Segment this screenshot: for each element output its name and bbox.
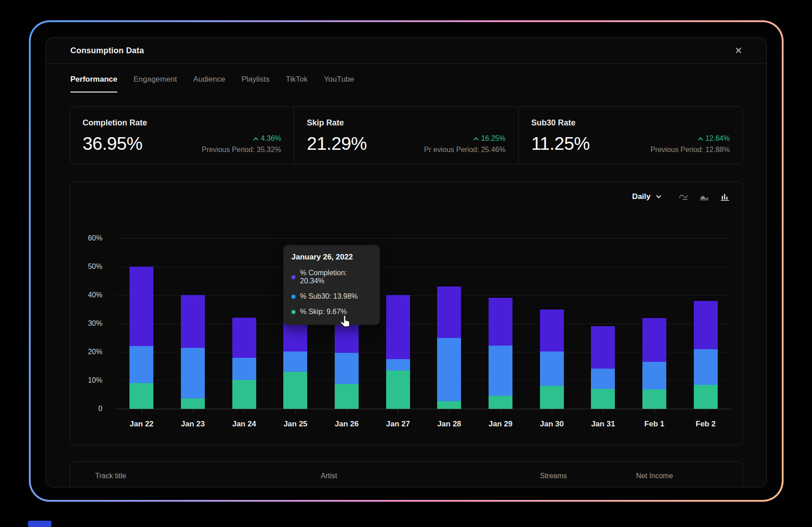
x-axis-label: Jan 22 [116,420,167,429]
table-column-net-income: Net Income [636,472,730,480]
y-axis-label: 10% [70,376,102,384]
tooltip-value: % Sub30: 13.98% [300,292,358,300]
bar-segment-skip[interactable] [694,385,718,409]
x-axis-tick [347,409,347,413]
stacked-bar[interactable] [386,295,410,409]
legend-dot-icon [291,310,295,314]
kpi-row: Completion Rate36.95%4.36%Previous Perio… [69,106,743,164]
bar-column-jan-29 [475,238,526,409]
x-axis-label: Jan 27 [372,420,424,429]
bar-segment-completion[interactable] [129,267,153,346]
area-chart-icon[interactable] [699,192,709,202]
tab-playlists[interactable]: Playlists [241,64,269,92]
bar-segment-skip[interactable] [591,389,615,409]
bar-segment-sub30[interactable] [642,362,666,390]
kpi-previous-period: Previous Period: 35.32% [202,146,281,154]
bar-column-jan-23 [167,238,219,409]
tab-audience[interactable]: Audience [193,64,225,92]
x-axis-label: Feb 2 [680,420,731,429]
tooltip-value: % Completion: 20.34% [300,269,372,285]
bar-segment-skip[interactable] [181,398,205,409]
tab-engagement[interactable]: Engagement [134,64,177,92]
x-axis-tick [142,409,142,413]
bar-column-jan-27 [372,238,424,409]
tab-youtube[interactable]: YouTube [324,64,354,92]
kpi-change-block: 16.25%Pr evious Period: 25.46% [424,134,506,154]
close-icon[interactable]: × [735,45,742,57]
stacked-bar[interactable] [642,318,666,409]
table-column-artist: Artist [321,472,540,480]
bar-segment-sub30[interactable] [181,348,205,398]
bar-segment-sub30[interactable] [129,346,153,383]
bar-segment-completion[interactable] [591,326,615,369]
y-axis-label: 0 [70,405,102,413]
stacked-bar[interactable] [232,318,256,409]
bar-column-jan-28 [424,238,475,409]
legend-dot-icon [291,295,295,299]
line-chart-icon[interactable] [678,192,688,202]
bar-segment-sub30[interactable] [694,349,718,385]
bar-segment-skip[interactable] [129,383,153,409]
range-dropdown-label: Daily [632,192,651,201]
x-axis-tick [655,409,655,413]
stacked-bar[interactable] [129,267,153,409]
bar-segment-completion[interactable] [642,318,666,362]
stacked-bar[interactable] [591,326,615,409]
stacked-bar[interactable] [437,287,461,409]
bar-segment-sub30[interactable] [591,369,615,389]
plot-area [116,238,731,409]
kpi-delta-value: 16.25% [481,134,505,143]
stacked-bar[interactable] [694,301,718,409]
x-axis-tick [501,409,501,413]
tooltip-row: % Skip: 9.67% [291,308,372,316]
bar-segment-completion[interactable] [437,287,461,337]
x-axis-tick [552,409,552,413]
y-axis-label: 50% [70,263,102,271]
bar-segment-sub30[interactable] [489,346,512,396]
table-column-track-title: Track title [83,472,321,480]
bar-chart-icon[interactable] [720,192,730,202]
bar-segment-sub30[interactable] [283,351,307,372]
tooltip-row: % Sub30: 13.98% [291,292,372,300]
bar-segment-sub30[interactable] [386,359,410,370]
chart-type-switcher [678,192,730,202]
bar-segment-sub30[interactable] [437,338,461,402]
bar-column-jan-22 [116,238,167,409]
bar-segment-completion[interactable] [181,295,205,348]
bar-column-feb-2 [680,238,731,409]
kpi-label: Completion Rate [83,118,281,128]
consumption-data-modal: Consumption Data × PerformanceEngagement… [46,37,767,487]
tab-tiktok[interactable]: TikTok [286,64,308,92]
bar-segment-sub30[interactable] [335,353,359,384]
range-dropdown[interactable]: Daily [632,192,660,201]
bar-segment-skip[interactable] [642,389,666,409]
tab-performance[interactable]: Performance [70,64,117,92]
bar-segment-skip[interactable] [489,396,512,409]
bar-segment-skip[interactable] [540,386,564,409]
bar-segment-skip[interactable] [283,372,307,409]
stacked-bar[interactable] [540,310,564,409]
bar-segment-skip[interactable] [335,384,359,409]
bar-segment-completion[interactable] [489,298,512,346]
bar-segment-skip[interactable] [386,370,410,409]
bar-segment-skip[interactable] [232,380,256,409]
kpi-delta: 16.25% [424,134,506,143]
kpi-previous-period: Previous Period: 12.88% [651,146,730,154]
kpi-label: Skip Rate [307,118,505,128]
bar-segment-completion[interactable] [386,295,410,359]
bar-segment-skip[interactable] [437,401,461,409]
kpi-delta-value: 12.64% [706,134,730,143]
bar-segment-sub30[interactable] [540,351,564,386]
gridline [116,409,731,409]
stacked-bar[interactable] [489,298,512,409]
kpi-delta: 4.36% [202,134,281,143]
bar-segment-sub30[interactable] [232,358,256,380]
stacked-bar[interactable] [181,295,205,409]
bar-segment-completion[interactable] [232,318,256,357]
x-axis-label: Jan 31 [577,420,629,429]
x-axis-label: Jan 25 [270,420,321,429]
tracks-table: Track titleArtistStreamsNet Income [69,461,743,487]
bar-segment-completion[interactable] [540,310,564,351]
hand-cursor-icon [338,315,352,329]
bar-segment-completion[interactable] [694,301,718,349]
